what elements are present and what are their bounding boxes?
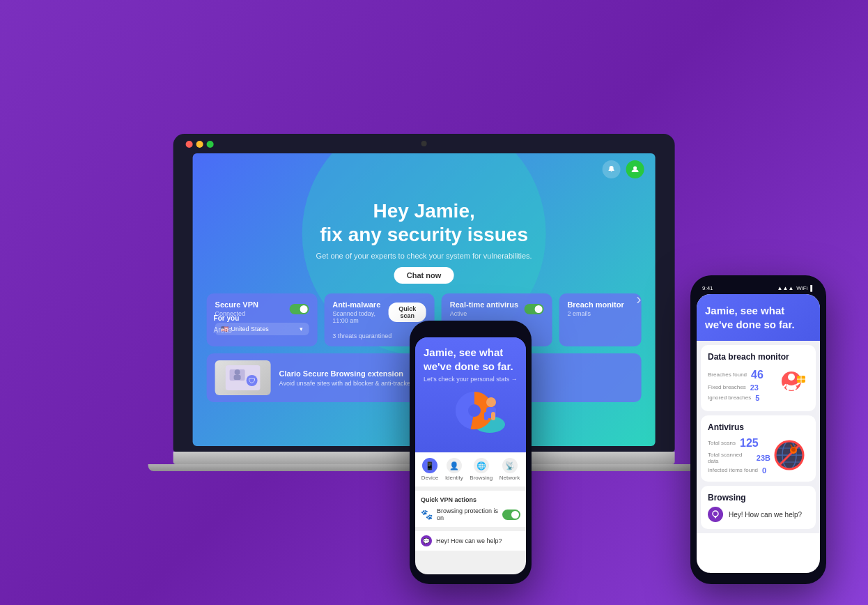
- laptop-chevron[interactable]: ›: [636, 291, 641, 309]
- laptop-hero-text: Hey Jamie, fix any security issues Get o…: [316, 199, 532, 284]
- total-scanned-row: Total scanned data 23B: [708, 452, 770, 464]
- breaches-found-row: Breaches found 46: [708, 369, 764, 381]
- phone2-device: 9:41 ▲▲▲ WiFi ▌ Jamie, see what we've do…: [690, 275, 826, 584]
- svg-point-0: [633, 167, 637, 170]
- traffic-light-yellow[interactable]: [196, 141, 203, 148]
- phone2-wifi-icon: WiFi: [796, 285, 807, 291]
- fixed-breaches-label: Fixed breaches: [708, 384, 746, 390]
- phone2-antivirus-content: Total scans 125 Total scanned data 23B I…: [708, 436, 809, 475]
- infected-row: Infected items found 0: [708, 466, 770, 475]
- total-scanned-value: 23B: [757, 454, 770, 462]
- phone1-device: Jamie, see what we've done so far. Let's…: [410, 321, 532, 584]
- anti-malware-status: Scanned today, 11:00 am: [332, 310, 389, 324]
- phone2-browsing-card: Browsing Hey! How can we help?: [701, 486, 816, 529]
- phone2-cards: Data breach monitor Breaches found 46 Fi…: [697, 341, 820, 533]
- phone2-antivirus-illustration: [770, 436, 809, 475]
- phone1-nav-device-label: Device: [421, 475, 438, 481]
- traffic-light-green[interactable]: [207, 141, 214, 148]
- breaches-found-value: 46: [751, 369, 764, 381]
- svg-rect-12: [484, 412, 488, 420]
- phone1-nav-identity[interactable]: 👤 Identity: [445, 458, 463, 481]
- svg-point-15: [788, 374, 795, 381]
- svg-point-10: [486, 397, 496, 407]
- svg-rect-13: [491, 412, 495, 420]
- phone2-time: 9:41: [702, 285, 713, 291]
- profile-icon[interactable]: [626, 160, 644, 178]
- phone1-vpn-toggle[interactable]: [502, 510, 520, 520]
- phone1-vpn-row: 🐾 Browsing protection is on: [421, 507, 520, 521]
- phone2-signal: ▲▲▲: [777, 285, 794, 291]
- phone2-screen: Jamie, see what we've done so far. Data …: [697, 294, 820, 573]
- phone1-nav-browsing[interactable]: 🌐 Browsing: [470, 458, 493, 481]
- vpn-toggle[interactable]: [289, 304, 309, 314]
- phone1-chat-row[interactable]: 💬 Hey! How can we help?: [415, 531, 526, 551]
- phone1-nav-network-label: Network: [499, 475, 520, 481]
- ignored-breaches-value: 5: [755, 394, 759, 402]
- phone1-nav-network[interactable]: 📡 Network: [499, 458, 520, 481]
- svg-rect-6: [234, 375, 241, 380]
- phone1-vpn-title: Quick VPN actions: [421, 496, 520, 503]
- phone2-status-bar: 9:41 ▲▲▲ WiFi ▌: [697, 285, 820, 294]
- fixed-breaches-value: 23: [750, 383, 759, 392]
- svg-text:🛡: 🛡: [249, 377, 256, 385]
- total-scans-value: 125: [740, 437, 759, 450]
- phone2-hero-title: Jamie, see what we've done so far.: [705, 304, 812, 331]
- phone1-vpn-section: Quick VPN actions 🐾 Browsing protection …: [415, 491, 526, 527]
- phone2-breach-stats: Breaches found 46 Fixed breaches 23 Igno…: [708, 369, 764, 402]
- phone2-breach-title: Data breach monitor: [708, 352, 809, 362]
- infected-value: 0: [762, 466, 766, 475]
- quick-scan-button[interactable]: Quick scan: [389, 302, 426, 322]
- laptop-nav-for-you[interactable]: For you: [214, 314, 240, 322]
- browsing-extension-thumbnail: 🛡: [215, 360, 271, 395]
- phone2-battery: ▌: [810, 285, 814, 291]
- ignored-breaches-row: Ignored breaches 5: [708, 394, 764, 402]
- svg-point-34: [713, 511, 718, 516]
- laptop-nav-areas[interactable]: Areas: [214, 326, 240, 334]
- phone2-browsing-chat-icon: [708, 507, 723, 522]
- phone2-browsing-chat-text: Hey! How can we help?: [729, 511, 802, 519]
- total-scanned-label: Total scanned data: [708, 452, 752, 464]
- laptop-chat-button[interactable]: Chat now: [394, 267, 454, 284]
- total-scans-row: Total scans 125: [708, 437, 770, 450]
- phone1-chat-icon: 💬: [421, 535, 432, 546]
- phone1-hero-title: Jamie, see what we've done so far.: [424, 346, 518, 373]
- phone2-browsing-title: Browsing: [708, 493, 809, 503]
- laptop-camera: [421, 141, 427, 146]
- phone2-browsing-chat[interactable]: Hey! How can we help?: [708, 507, 809, 522]
- ignored-breaches-label: Ignored breaches: [708, 395, 751, 401]
- phone1-notch: [450, 329, 492, 333]
- breach-card-emails: 2 emails: [567, 310, 633, 317]
- phone2-breach-content: Breaches found 46 Fixed breaches 23 Igno…: [708, 366, 809, 404]
- breach-card-title: Breach monitor: [567, 300, 633, 309]
- notification-icon[interactable]: [603, 160, 621, 178]
- phone2-breach-illustration: [770, 366, 809, 404]
- laptop-nav: For you Areas: [214, 314, 240, 334]
- phone1-nav-device[interactable]: 📱 Device: [421, 458, 438, 481]
- total-scans-label: Total scans: [708, 440, 736, 446]
- phone2-status-icons: ▲▲▲ WiFi ▌: [777, 285, 814, 291]
- vpn-card-title: Secure VPN: [215, 300, 258, 309]
- laptop-top-icons: [603, 160, 644, 178]
- laptop-traffic-lights: [186, 141, 214, 148]
- phone1-outer: Jamie, see what we've done so far. Let's…: [410, 321, 532, 584]
- antivirus-status: Active: [450, 310, 518, 317]
- phone1-nav-icons: 📱 Device 👤 Identity 🌐 Browsing 📡 Network: [415, 452, 526, 487]
- phone2-header: Jamie, see what we've done so far.: [697, 294, 820, 341]
- phone1-nav-identity-label: Identity: [445, 475, 463, 481]
- svg-point-31: [791, 447, 796, 452]
- phone1-screen: Jamie, see what we've done so far. Let's…: [415, 337, 526, 574]
- laptop-hero-subtitle: Get one of your experts to check your sy…: [316, 252, 532, 260]
- phone2-outer: 9:41 ▲▲▲ WiFi ▌ Jamie, see what we've do…: [690, 275, 826, 584]
- antivirus-toggle[interactable]: [524, 304, 543, 314]
- phone2-antivirus-card: Antivirus Total scans 125 Total scanned …: [701, 415, 816, 482]
- infected-label: Infected items found: [708, 467, 758, 473]
- traffic-light-red[interactable]: [186, 141, 193, 148]
- breaches-found-label: Breaches found: [708, 372, 747, 378]
- phone1-vpn-left: 🐾 Browsing protection is on: [421, 507, 502, 521]
- phone2-antivirus-stats: Total scans 125 Total scanned data 23B I…: [708, 437, 770, 475]
- fixed-breaches-row: Fixed breaches 23: [708, 383, 764, 392]
- phone2-breach-card: Data breach monitor Breaches found 46 Fi…: [701, 345, 816, 411]
- anti-malware-title: Anti-malware: [332, 300, 389, 309]
- antivirus-title: Real-time antivirus: [450, 300, 518, 309]
- breach-card: Breach monitor 2 emails: [559, 293, 641, 346]
